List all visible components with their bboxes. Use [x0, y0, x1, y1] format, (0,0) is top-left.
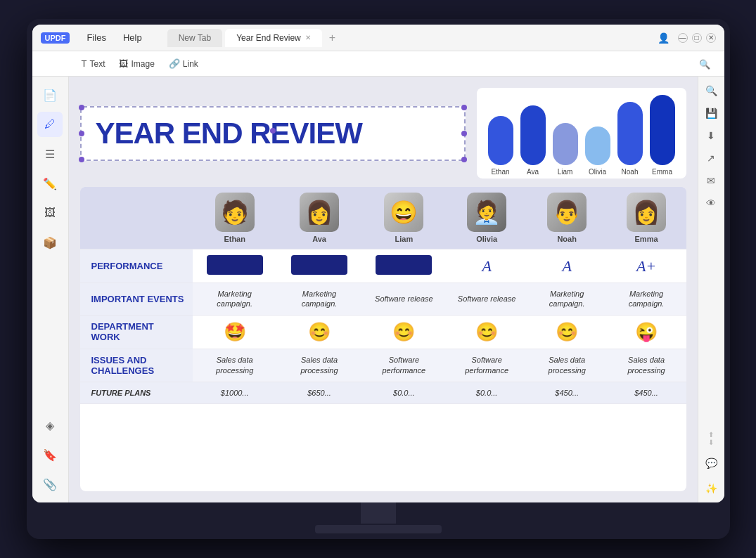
event-noah: Marketing campaign. — [527, 283, 607, 316]
perf-emma: A+ — [607, 249, 686, 283]
right-mail-icon[interactable]: ✉ — [704, 172, 718, 189]
table-area: 🧑 Ethan 👩 Ava — [80, 187, 686, 491]
bar-col-olivia: Olivia — [585, 126, 610, 176]
dept-ethan: 🤩 — [193, 315, 277, 349]
right-search-icon[interactable]: 🔍 — [703, 82, 720, 99]
dept-ava: 😊 — [277, 315, 361, 349]
event-liam: Software release — [361, 283, 446, 316]
maximize-button[interactable]: □ — [692, 33, 702, 43]
bar-label-emma: Emma — [652, 168, 672, 176]
tab-yearend[interactable]: Year End Review ✕ — [225, 29, 322, 47]
dept-olivia: 😊 — [447, 315, 527, 349]
grade-noah: A — [562, 257, 571, 275]
dept-noah: 😊 — [527, 315, 607, 349]
tabs-area: New Tab Year End Review ✕ + — [167, 29, 652, 47]
sidebar-list-icon[interactable]: ☰ — [37, 141, 63, 167]
emoji-emma: 😜 — [635, 321, 658, 342]
sidebar-attachment-icon[interactable]: 📎 — [37, 472, 63, 497]
main-content: YEAR END REVIEW EthanAvaLiamOliviaNoahEm… — [69, 77, 698, 502]
future-label: FUTURE PLANS — [80, 382, 193, 403]
issue-ethan: Sales data processing — [193, 349, 277, 382]
issue-noah: Sales data processing — [527, 349, 607, 382]
perf-ava — [277, 249, 361, 283]
bar-col-ava: Ava — [520, 105, 546, 176]
grade-olivia: A — [482, 257, 491, 275]
sidebar-image-icon[interactable]: 🖼 — [37, 200, 63, 226]
perf-bar-ethan — [207, 255, 263, 275]
issue-liam: Software performance — [361, 349, 446, 382]
handle-bl — [79, 157, 84, 162]
right-save-icon[interactable]: 💾 — [703, 105, 720, 122]
bar-noah — [617, 102, 643, 165]
monitor: UPDF Files Help New Tab Year End Review … — [27, 19, 730, 539]
toolbar-link[interactable]: 🔗 Link — [169, 58, 198, 69]
zoom-icon[interactable]: 🔍 — [699, 59, 710, 70]
bar-label-liam: Liam — [558, 168, 573, 176]
emoji-noah: 😊 — [556, 321, 578, 342]
dept-emma: 😜 — [607, 315, 686, 349]
monitor-screen: UPDF Files Help New Tab Year End Review … — [32, 25, 724, 502]
right-comment-icon[interactable]: 💬 — [703, 455, 720, 472]
right-scroll-indicator: ⬆⬇ — [705, 428, 717, 449]
bar-col-noah: Noah — [617, 102, 643, 176]
issue-olivia: Software performance — [447, 349, 527, 382]
sidebar-edit-icon[interactable]: 🖊 — [37, 112, 63, 137]
emma-header: 👩 Emma — [607, 187, 686, 249]
bar-label-ethan: Ethan — [491, 168, 509, 176]
future-row: FUTURE PLANS $1000... $650... $0.0... $0… — [80, 382, 686, 403]
monitor-neck — [361, 502, 396, 524]
noah-header: 👨 Noah — [527, 187, 607, 249]
left-sidebar: 📄 🖊 ☰ ✏️ 🖼 📦 ◈ 🔖 📎 — [32, 77, 69, 502]
ava-photo: 👩 — [300, 193, 339, 232]
sidebar-annotation-icon[interactable]: ✏️ — [37, 171, 63, 196]
table-header-row: 🧑 Ethan 👩 Ava — [80, 187, 686, 249]
bar-liam — [553, 123, 578, 165]
link-icon: 🔗 — [169, 58, 180, 69]
monitor-base — [315, 525, 442, 533]
bar-col-liam: Liam — [553, 123, 578, 176]
right-share-icon[interactable]: ↗ — [704, 150, 718, 167]
right-eye-icon[interactable]: 👁 — [703, 195, 719, 212]
menu-files[interactable]: Files — [81, 30, 111, 46]
toolbar-text[interactable]: T Text — [82, 58, 105, 69]
sidebar-export-icon[interactable]: 📦 — [37, 230, 63, 255]
dept-label: DEPARTMENT WORK — [80, 315, 193, 349]
tab-newtab[interactable]: New Tab — [167, 29, 222, 47]
tab-close-icon[interactable]: ✕ — [305, 34, 311, 41]
future-ethan: $1000... — [193, 382, 277, 403]
image-icon: 🖼 — [119, 58, 128, 69]
right-download-icon[interactable]: ⬇ — [704, 127, 718, 144]
perf-ethan — [193, 249, 277, 283]
close-button[interactable]: ✕ — [706, 33, 716, 43]
user-icon[interactable]: 👤 — [658, 32, 669, 44]
ethan-header: 🧑 Ethan — [193, 187, 277, 249]
bar-col-emma: Emma — [650, 95, 675, 176]
handle-br — [461, 157, 467, 162]
sidebar-document-icon[interactable]: 📄 — [37, 82, 63, 108]
ava-header: 👩 Ava — [277, 187, 361, 249]
title-box[interactable]: YEAR END REVIEW — [80, 106, 466, 161]
liam-photo: 😄 — [384, 193, 423, 232]
toolbar-image[interactable]: 🖼 Image — [119, 58, 154, 69]
future-liam: $0.0... — [361, 382, 446, 403]
emoji-ava: 😊 — [308, 321, 331, 342]
minimize-button[interactable]: — — [678, 33, 688, 43]
bar-label-olivia: Olivia — [589, 168, 606, 176]
handle-bm — [270, 128, 276, 134]
events-label: IMPORTANT EVENTS — [80, 283, 193, 316]
perf-bar-ava — [291, 255, 347, 275]
right-ai-icon[interactable]: ✨ — [703, 480, 720, 497]
menu-help[interactable]: Help — [117, 30, 148, 46]
sidebar-bookmark-icon[interactable]: 🔖 — [37, 442, 63, 467]
event-olivia: Software release — [447, 283, 527, 316]
new-tab-button[interactable]: + — [325, 30, 340, 46]
olivia-photo: 🧑‍💼 — [467, 193, 506, 232]
issue-ava: Sales data processing — [277, 349, 361, 382]
perf-noah: A — [527, 249, 607, 283]
sidebar-bottom: ◈ 🔖 📎 — [37, 413, 63, 497]
future-noah: $450... — [527, 382, 607, 403]
sidebar-layers-icon[interactable]: ◈ — [37, 413, 63, 438]
dept-row: DEPARTMENT WORK 🤩 😊 😊 😊 😊 😜 — [80, 315, 686, 349]
grade-emma: A+ — [636, 257, 656, 275]
events-row: IMPORTANT EVENTS Marketing campaign. Mar… — [80, 283, 686, 316]
